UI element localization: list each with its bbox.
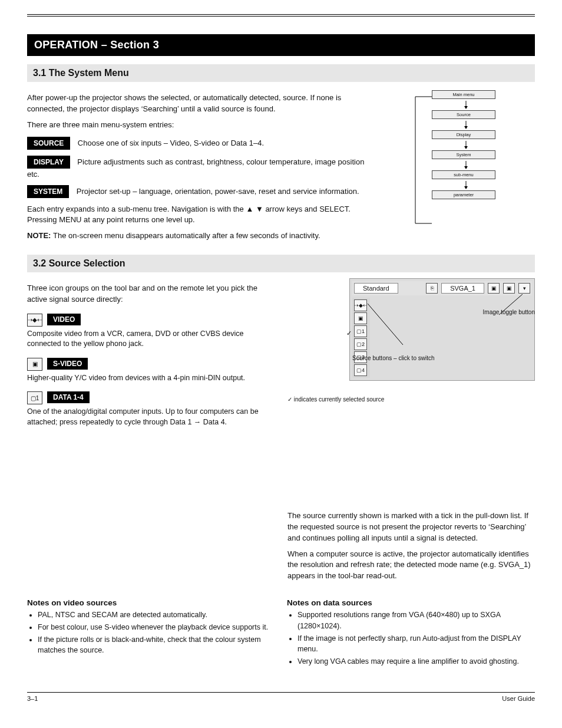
list-item: PAL, NTSC and SECAM are detected automat… [38,610,275,621]
video-chip: VIDEO [47,314,81,325]
flow-node-0: Main menu [432,90,495,99]
flow-arrow-4 [463,181,469,189]
toolbar-screenshot: Standard ⎘ SVGA_1 ▣ ▣ ▾ ⇢◆⇠ ▣ ▢1 ▢2 ▢3 ▢… [349,278,535,381]
menu-desc-display: Picture adjustments such as contrast, br… [27,157,364,179]
list-item: Supported resolutions range from VGA (64… [297,610,535,632]
intro-paragraph-2: There are three main menu-system entries… [27,120,370,131]
list-item: If the picture rolls or is black-and-whi… [38,634,275,657]
menu-flow-diagram: Main menu Source Display System sub-menu… [382,90,535,238]
menu-tag-source: SOURCE [27,137,70,150]
side-icon-data1[interactable]: ▢1 [354,325,367,337]
svg-marker-6 [464,146,468,149]
note-label: NOTE: [27,231,53,240]
intro-note: NOTE: The on-screen menu disappears auto… [27,230,370,242]
side-icon-svideo[interactable]: ▣ [354,312,367,324]
menu-desc-system: Projector set-up – language, orientation… [77,187,359,196]
data-desc: One of the analog/digital computer input… [27,407,275,427]
source-row-svideo: ▣ S-VIDEO [27,358,275,371]
page-footer: 3–1 User Guide [27,692,535,702]
flow-node-5: parameter [432,190,495,199]
list-item: For best colour, use S-video whenever th… [38,622,275,633]
menu-item-system: SYSTEM Projector set-up – language, orie… [27,185,370,198]
notes-data-head: Notes on data sources [287,598,535,607]
video-desc: Composite video from a VCR, camera, DVD … [27,329,275,350]
subsection-3-2-title: 3.2 Source Selection [27,255,535,272]
toolbar-btn-3[interactable]: ▣ [503,283,515,294]
subsection-3-1-title: 3.1 The System Menu [27,64,535,82]
list-item: If the image is not perfectly sharp, run… [297,633,535,655]
callout-right-top-text: Image toggle button [483,309,535,315]
svg-marker-4 [464,126,468,129]
data-icon: ▢1 [27,391,42,404]
side-icon-data4[interactable]: ▢4 [354,364,367,376]
flow-node-3: System [432,150,495,159]
flow-node-2: Display [432,130,495,139]
flow-arrow-2 [463,141,469,149]
flow-arrow-0 [463,101,469,109]
toolbar-btn-1[interactable]: ⎘ [426,283,438,294]
note-text: The on-screen menu disappears automatica… [53,231,320,240]
side-icon-video[interactable]: ⇢◆⇠ [354,299,367,311]
source-right-p1: The source currently shown is marked wit… [287,510,535,544]
toolbar-btn-2[interactable]: ▣ [488,283,500,294]
toolbar-res-readout: SVGA_1 [441,283,484,294]
flow-arrow-1 [463,121,469,129]
source-intro: Three icon groups on the tool bar and on… [27,283,275,305]
intro-paragraph-1: After power-up the projector shows the s… [27,93,370,115]
callout-left-text: ✓ indicates currently selected source [287,396,384,403]
menu-tag-display: DISPLAY [27,156,70,169]
footer-doc-title: User Guide [502,695,535,702]
source-row-video: ⇢◆⇠ VIDEO [27,314,275,327]
notes-data-list: Supported resolutions range from VGA (64… [287,610,535,667]
menu-desc-source: Choose one of six inputs – Video, S-vide… [78,139,264,147]
svideo-desc: Higher-quality Y/C video from devices wi… [27,373,275,384]
menu-tag-system: SYSTEM [27,185,69,198]
svg-line-12 [368,304,403,345]
toolbar-btn-4[interactable]: ▾ [518,283,530,294]
video-icon: ⇢◆⇠ [27,314,42,327]
callout-tick-mark: ✓ [346,331,352,337]
menu-item-source: SOURCE Choose one of six inputs – Video,… [27,137,370,150]
footer-page-number: 3–1 [27,695,38,702]
data-chip: DATA 1-4 [47,391,90,403]
svg-marker-2 [464,106,468,109]
svideo-chip: S-VIDEO [47,358,88,370]
source-right-p2: When a computer source is active, the pr… [287,549,535,582]
source-row-data: ▢1 DATA 1-4 [27,391,275,404]
notes-video-head: Notes on video sources [27,598,275,607]
flow-node-4: sub-menu [432,170,495,179]
flow-arrow-3 [463,161,469,169]
page-top-rule [27,14,535,17]
svideo-icon: ▣ [27,358,42,371]
side-icon-data2[interactable]: ▢2 [354,338,367,350]
svg-text:✓: ✓ [346,330,352,337]
flow-node-1: Source [432,110,495,119]
toolbar-mode-label[interactable]: Standard [354,283,398,294]
intro-paragraph-3: Each entry expands into a sub-menu tree.… [27,204,370,226]
list-item: Very long VGA cables may require a line … [297,656,535,667]
menu-item-display: DISPLAY Picture adjustments such as cont… [27,156,370,179]
notes-video-list: PAL, NTSC and SECAM are detected automat… [27,610,275,656]
svg-marker-10 [464,186,468,189]
callout-line-left [368,304,409,351]
section-title-bar: OPERATION – Section 3 [27,34,535,56]
svg-marker-8 [464,166,468,169]
callout-right-bot-text: Source buttons – click to switch [352,355,435,361]
